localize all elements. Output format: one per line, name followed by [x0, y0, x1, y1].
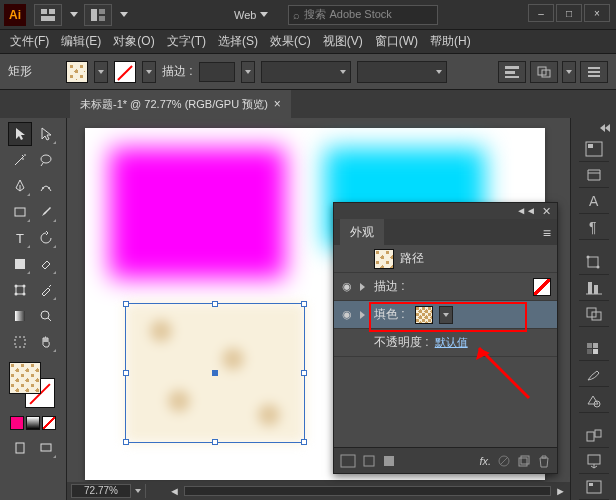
rectangle-tool[interactable] [8, 200, 32, 224]
stroke-swatch[interactable] [114, 61, 136, 83]
arrange-documents[interactable] [84, 4, 128, 26]
libraries-panel-icon[interactable] [579, 164, 609, 188]
artboard-tool[interactable] [8, 330, 32, 354]
menu-edit[interactable]: 编辑(E) [55, 33, 107, 50]
css-panel-icon[interactable] [579, 476, 609, 500]
fill-dropdown[interactable] [94, 61, 108, 83]
window-maximize[interactable]: □ [556, 4, 582, 22]
curvature-tool[interactable] [34, 174, 58, 198]
direct-selection-tool[interactable] [34, 122, 58, 146]
menu-view[interactable]: 视图(V) [317, 33, 369, 50]
visibility-toggle-icon[interactable]: ◉ [340, 280, 354, 293]
align-panel-icon[interactable] [579, 277, 609, 301]
eraser-tool[interactable] [34, 252, 58, 276]
menu-window[interactable]: 窗口(W) [369, 33, 424, 50]
transform-panel-icon[interactable] [579, 251, 609, 275]
workspace-preset-label[interactable]: Web [234, 9, 256, 21]
zoom-input[interactable]: 72.77% [71, 484, 131, 498]
shaper-tool[interactable] [8, 252, 32, 276]
handle-tc[interactable] [212, 301, 218, 307]
paintbrush-tool[interactable] [34, 200, 58, 224]
zoom-tool[interactable] [34, 304, 58, 328]
opacity-value[interactable]: 默认值 [435, 335, 468, 350]
menu-object[interactable]: 对象(O) [107, 33, 160, 50]
handle-br[interactable] [301, 439, 307, 445]
menu-type[interactable]: 文字(T) [161, 33, 212, 50]
tab-close-icon[interactable]: × [274, 97, 281, 111]
fill-swatch-dropdown[interactable] [439, 306, 453, 324]
appearance-tab[interactable]: 外观 [340, 219, 384, 245]
fill-row-swatch[interactable] [415, 306, 433, 324]
gradient-tool[interactable] [8, 304, 32, 328]
selection-tool[interactable] [8, 122, 32, 146]
panel-collapse-icon[interactable] [571, 124, 616, 136]
pen-tool[interactable] [8, 174, 32, 198]
panel-collapse-icon[interactable]: ◄◄ [516, 205, 536, 217]
add-effect-label[interactable]: fx. [479, 455, 491, 467]
handle-bc[interactable] [212, 439, 218, 445]
zoom-dropdown-icon[interactable] [135, 489, 141, 493]
fill-stroke-indicator[interactable] [7, 360, 59, 412]
appearance-stroke-row[interactable]: ◉ 描边 : [334, 273, 557, 301]
appearance-opacity-row[interactable]: 不透明度 : 默认值 [334, 329, 557, 357]
handle-tl[interactable] [123, 301, 129, 307]
free-transform-tool[interactable] [8, 278, 32, 302]
handle-ml[interactable] [123, 370, 129, 376]
color-mode-none[interactable] [42, 416, 56, 430]
artboards-panel-icon[interactable] [579, 424, 609, 448]
hand-tool[interactable] [34, 330, 58, 354]
menu-file[interactable]: 文件(F) [4, 33, 55, 50]
asset-export-panel-icon[interactable] [579, 450, 609, 474]
bridge-launcher[interactable] [34, 4, 78, 26]
document-tab[interactable]: 未标题-1* @ 72.77% (RGB/GPU 预览) × [70, 90, 291, 118]
symbols-panel-icon[interactable] [579, 389, 609, 413]
stroke-weight-input[interactable] [199, 62, 235, 82]
stroke-dropdown[interactable] [142, 61, 156, 83]
panel-menu-icon[interactable] [580, 61, 608, 83]
align-icon[interactable] [498, 61, 526, 83]
stroke-weight-dropdown[interactable] [241, 61, 255, 83]
magic-wand-tool[interactable] [8, 148, 32, 172]
panel-close-icon[interactable]: ✕ [542, 205, 551, 217]
swatches-panel-icon[interactable] [579, 337, 609, 361]
color-mode-gradient[interactable] [26, 416, 40, 430]
fill-swatch[interactable] [66, 61, 88, 83]
pathfinder-panel-icon[interactable] [579, 303, 609, 327]
disclosure-icon[interactable] [360, 309, 368, 321]
clear-appearance-icon[interactable] [497, 454, 511, 468]
horizontal-scrollbar[interactable] [184, 486, 551, 496]
handle-center[interactable] [212, 370, 218, 376]
window-close[interactable]: × [584, 4, 610, 22]
lasso-tool[interactable] [34, 148, 58, 172]
fill-indicator[interactable] [9, 362, 41, 394]
add-stroke-icon[interactable] [362, 454, 376, 468]
handle-mr[interactable] [301, 370, 307, 376]
delete-icon[interactable] [537, 454, 551, 468]
brushes-panel-icon[interactable] [579, 363, 609, 387]
menu-help[interactable]: 帮助(H) [424, 33, 477, 50]
selected-pattern-rectangle[interactable] [125, 303, 305, 443]
window-minimize[interactable]: – [528, 4, 554, 22]
menu-effect[interactable]: 效果(C) [264, 33, 317, 50]
visibility-toggle-icon[interactable]: ◉ [340, 308, 354, 321]
disclosure-icon[interactable] [360, 281, 368, 293]
paragraph-panel-icon[interactable]: ¶ [579, 216, 609, 240]
handle-bl[interactable] [123, 439, 129, 445]
type-tool[interactable]: T [8, 226, 32, 250]
add-fill-icon[interactable] [382, 454, 396, 468]
draw-mode[interactable] [8, 436, 32, 460]
shape-mode-icon[interactable] [530, 61, 558, 83]
color-mode-solid[interactable] [10, 416, 24, 430]
properties-panel-icon[interactable] [579, 138, 609, 162]
shape-mode-dropdown[interactable] [562, 61, 576, 83]
magenta-rectangle[interactable] [110, 148, 285, 278]
eyedropper-tool[interactable] [34, 278, 58, 302]
character-panel-icon[interactable]: A [579, 190, 609, 214]
rotate-tool[interactable] [34, 226, 58, 250]
duplicate-icon[interactable] [517, 454, 531, 468]
new-art-toggle-icon[interactable] [340, 454, 356, 468]
brush-definition-dropdown[interactable] [261, 61, 351, 83]
appearance-fill-row[interactable]: ◉ 填色 : [334, 301, 557, 329]
screen-mode[interactable] [34, 436, 58, 460]
style-dropdown[interactable] [357, 61, 447, 83]
